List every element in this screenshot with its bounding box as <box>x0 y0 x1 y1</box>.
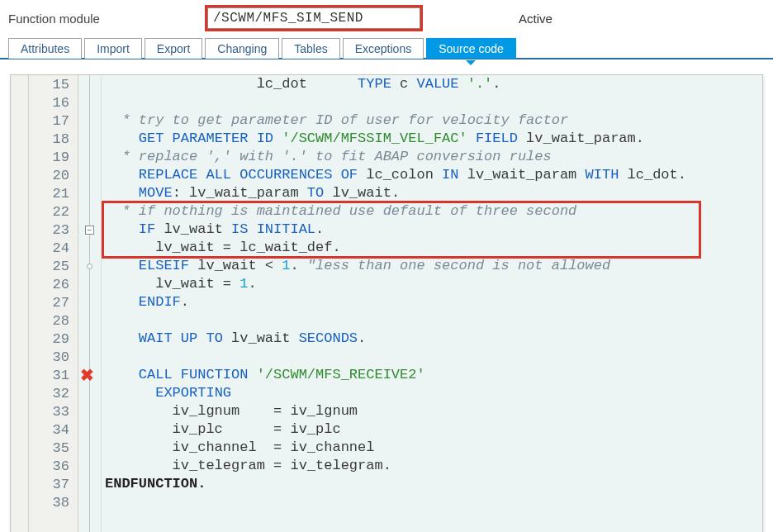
line-number: 34 <box>29 420 69 439</box>
marker-cell <box>78 275 101 293</box>
fm-name-highlight <box>205 5 423 31</box>
marker-cell <box>78 330 101 348</box>
marker-cell <box>78 420 101 439</box>
line-number: 21 <box>29 184 69 202</box>
marker-cell <box>78 384 101 402</box>
line-number: 24 <box>29 239 69 257</box>
marker-cell <box>78 439 101 457</box>
line-number: 31 <box>29 366 69 384</box>
line-number: 26 <box>29 275 69 293</box>
tab-tables[interactable]: Tables <box>282 38 339 59</box>
code-line[interactable]: * try to get parameter ID of user for ve… <box>102 112 762 130</box>
tab-export[interactable]: Export <box>145 38 202 59</box>
tab-import[interactable]: Import <box>84 38 142 59</box>
marker-cell <box>78 184 101 202</box>
code-line[interactable]: ELSEIF lv_wait < 1. "less than one secon… <box>102 257 762 275</box>
line-number: 23 <box>29 221 69 239</box>
code-line[interactable]: CALL FUNCTION '/SCWM/MFS_RECEIVE2' <box>102 366 762 384</box>
line-number: 36 <box>29 457 69 475</box>
tab-changing[interactable]: Changing <box>205 38 279 59</box>
line-number: 18 <box>29 130 69 148</box>
marker-cell <box>78 475 101 493</box>
line-number: 33 <box>29 402 69 420</box>
marker-cell <box>78 148 101 166</box>
status-label: Active <box>519 12 552 26</box>
code-line[interactable]: lv_wait = lc_wait_def. <box>102 239 762 257</box>
fm-label: Function module <box>8 12 198 26</box>
line-number: 38 <box>29 493 69 511</box>
line-number: 32 <box>29 384 69 402</box>
line-number: 28 <box>29 311 69 330</box>
code-line[interactable]: ENDFUNCTION. <box>102 475 762 493</box>
marker-cell <box>78 93 101 112</box>
line-number: 19 <box>29 148 69 166</box>
code-line[interactable]: iv_plc = iv_plc <box>102 420 762 439</box>
marker-cell: ✖ <box>78 366 101 384</box>
code-line[interactable]: iv_telegram = iv_telegram. <box>102 457 762 475</box>
tab-attributes[interactable]: Attributes <box>8 38 82 59</box>
marker-cell <box>78 130 101 148</box>
marker-cell <box>78 293 101 311</box>
function-module-header: Function module Active <box>0 0 773 35</box>
code-line[interactable]: GET PARAMETER ID '/SCWM/MFSSIM_VEL_FAC' … <box>102 130 762 148</box>
line-number: 37 <box>29 475 69 493</box>
code-line[interactable]: iv_channel = iv_channel <box>102 439 762 457</box>
marker-cell <box>78 239 101 257</box>
line-number: 20 <box>29 166 69 184</box>
marker-cell <box>78 402 101 420</box>
code-line[interactable]: EXPORTING <box>102 384 762 402</box>
marker-cell <box>78 457 101 475</box>
line-number: 27 <box>29 293 69 311</box>
breakpoint-icon[interactable]: ✖ <box>80 367 94 383</box>
code-line[interactable]: lv_wait = 1. <box>102 275 762 293</box>
marker-cell <box>78 311 101 330</box>
code-line[interactable] <box>102 493 762 511</box>
line-number: 16 <box>29 93 69 112</box>
code-content[interactable]: lc_dot TYPE c VALUE '.'. * try to get pa… <box>102 75 762 532</box>
function-module-input[interactable] <box>207 7 420 29</box>
code-line[interactable]: * if nothing is maintained use default o… <box>102 202 762 221</box>
code-line[interactable] <box>102 311 762 330</box>
code-line[interactable]: lc_dot TYPE c VALUE '.'. <box>102 75 762 93</box>
marker-cell <box>78 348 101 366</box>
line-number: 25 <box>29 257 69 275</box>
code-line[interactable]: IF lv_wait IS INITIAL. <box>102 221 762 239</box>
tab-source-code[interactable]: Source code <box>426 38 516 59</box>
code-editor[interactable]: 1516171819202122232425262728293031323334… <box>10 74 763 532</box>
tab-exceptions[interactable]: Exceptions <box>343 38 424 59</box>
code-line[interactable]: * replace ',' with '.' to fit ABAP conve… <box>102 148 762 166</box>
line-number: 17 <box>29 112 69 130</box>
line-number-gutter: 1516171819202122232425262728293031323334… <box>29 75 78 532</box>
marker-cell <box>78 493 101 511</box>
code-line[interactable]: iv_lgnum = iv_lgnum <box>102 402 762 420</box>
marker-cell <box>78 166 101 184</box>
line-number: 15 <box>29 75 69 93</box>
line-number: 22 <box>29 202 69 221</box>
marker-cell <box>78 112 101 130</box>
code-line[interactable] <box>102 93 762 112</box>
fold-toggle-icon[interactable]: − <box>85 226 94 235</box>
tabstrip: Attributes Import Export Changing Tables… <box>0 35 773 59</box>
marker-cell: − <box>78 221 101 239</box>
marker-cell <box>78 202 101 221</box>
marker-cell <box>78 257 101 275</box>
line-number: 29 <box>29 330 69 348</box>
marker-cell <box>78 75 101 93</box>
code-line[interactable]: WAIT UP TO lv_wait SECONDS. <box>102 330 762 348</box>
code-line[interactable]: MOVE: lv_wait_param TO lv_wait. <box>102 184 762 202</box>
line-number: 30 <box>29 348 69 366</box>
line-number: 35 <box>29 439 69 457</box>
fold-end-icon <box>87 264 92 269</box>
marker-gutter: −✖ <box>78 75 102 532</box>
code-line[interactable] <box>102 348 762 366</box>
code-line[interactable]: REPLACE ALL OCCURRENCES OF lc_colon IN l… <box>102 166 762 184</box>
code-line[interactable]: ENDIF. <box>102 293 762 311</box>
outline-gutter <box>11 75 29 532</box>
